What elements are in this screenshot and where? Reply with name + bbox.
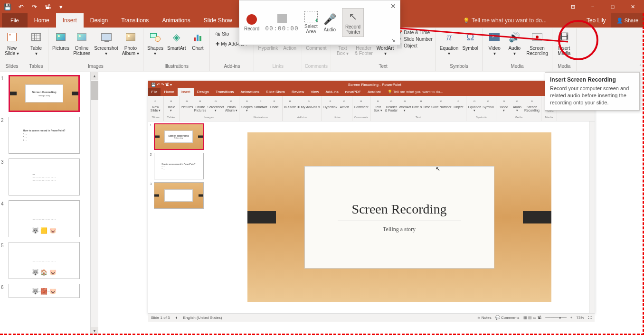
object-label: Object [404,43,417,48]
slide-title-card: Screen Recording Telling a story [304,166,494,269]
video-button[interactable]: Video ▾ [484,28,504,57]
object-button[interactable]: ⬜ Object [397,43,432,48]
undo-icon[interactable]: ↶ [15,1,27,12]
redo-icon[interactable]: ↷ [28,1,40,12]
embedded-thumb-2: 2How to screen record in PowerPoint?• …•… [150,153,208,179]
action-label: Action [283,46,296,51]
slide-number: 3 [1,158,7,165]
quick-access-toolbar: 💾 ↶ ↷ 📽 ▾ [2,1,66,12]
ribbon-display-options-icon[interactable]: ⊞ [563,1,582,12]
insert-media-button[interactable]: 🎞Insert Media [554,28,574,57]
pictures-button[interactable]: Pictures [50,28,71,52]
group-label-insert-media: Media [558,64,570,70]
slide-number: 2 [1,117,7,123]
slide-thumbnail-4[interactable]: 4 … … … … … … … …🐺 🟨 🐷 [0,199,87,238]
embedded-tab-file: File [148,88,161,96]
dock-icon[interactable]: ↘ [391,37,395,43]
start-from-beginning-icon[interactable]: 📽 [42,1,53,12]
audio-button[interactable]: 🎤 Audio [323,13,336,32]
smartart-button[interactable]: ◈SmartArt [165,28,188,52]
slide-thumbnail-5[interactable]: 5 … … … … … … … …🐺 🏠 🐷 [0,241,87,280]
scrollbar-thumb[interactable] [91,81,98,100]
slide-thumbnail-2[interactable]: 2 How to screen record in PowerPoint?• …… [0,116,87,155]
slide-number-label: Slide Number [404,37,433,42]
embedded-tab-novapdf: novaPDF [342,88,364,96]
embedded-titlebar: 💾 ↶ ↷ 📽 ▾Screen Recording - PowerPoint⊞ … [148,81,595,88]
slide-thumbnail-3[interactable]: 3 …… … … … … … … …… … … … … … … … [0,158,87,196]
scroll-up-icon[interactable]: ▲ [91,72,98,80]
record-button[interactable]: Record [244,14,259,31]
thumb-title: How to screen record in PowerPoint? [23,129,66,132]
screen-recording-button[interactable]: Screen Recording [524,28,550,57]
close-icon[interactable]: ✕ [623,1,642,12]
store-label: 🛍 Sto [216,31,229,37]
select-area-icon [304,11,318,22]
embedded-thumb-1: 1Screen RecordingTelling a story [150,123,208,150]
embedded-tab-design: Design [194,88,212,96]
group-label-text: Text [379,64,387,70]
minimize-icon[interactable]: − [583,1,602,12]
embedded-editor: Screen Recording Telling a story ↖ [210,121,589,313]
new-slide-button[interactable]: New Slide ▾ [2,28,22,57]
group-tables: Table ▾ Tables [24,28,48,71]
stop-icon [277,14,287,23]
embedded-tellme: 💡 Tell me what you want to do... [384,88,446,96]
microphone-icon: 🎤 [323,13,336,26]
tab-transitions[interactable]: Transitions [114,13,155,28]
embedded-slide: Screen Recording Telling a story ↖ [247,132,551,302]
screenshot-button[interactable]: Screenshot ▾ [92,28,120,57]
tab-slide-show[interactable]: Slide Show [197,13,239,28]
collapse-ribbon-icon[interactable]: ˆ [640,65,641,70]
shapes-button[interactable]: Shapes ▾ [145,28,165,57]
maximize-icon[interactable]: □ [603,1,622,12]
video-label: Video ▾ [489,46,501,56]
slide-number-button[interactable]: #️ Slide Number [397,37,432,42]
file-tab[interactable]: File [2,13,28,28]
chart-button[interactable]: Chart [188,28,208,52]
table-button[interactable]: Table ▾ [26,28,46,57]
save-icon[interactable]: 💾 [2,1,13,12]
screen-recording-label: Screen Recording [526,46,548,56]
table-label: Table ▾ [30,46,42,56]
embedded-tab-transitions: Transitions [212,88,237,96]
symbol-button[interactable]: ΩSymbol [460,28,480,52]
slide-thumbnail-6[interactable]: 6 … … … … … … … …🐺 🧱 🐷 [0,283,87,299]
photo-album-label: Photo Album ▾ [122,46,139,56]
equation-button[interactable]: πEquation ▾ [438,28,460,57]
scroll-down-icon[interactable]: ▼ [91,327,98,335]
photo-album-button[interactable]: Photo Album ▾ [120,28,141,57]
symbol-label: Symbol [463,46,478,51]
date-time-button[interactable]: 📅 Date & Time [397,30,432,35]
select-area-button[interactable]: Select Area [304,11,318,34]
slide-thumbnail-1[interactable]: 1 Screen RecordingTelling a story [0,74,87,113]
group-insert-media: 🎞Insert Media Media [552,28,577,71]
record-pointer-button[interactable]: ↖ Record Pointer [342,8,364,37]
qat-dropdown-icon[interactable]: ▾ [55,1,66,12]
screen-recording-toolbar: Record 00:00:00 Select Area 🎤 Audio ↖ Re… [239,0,400,45]
tab-animations[interactable]: Animations [155,13,197,28]
close-recording-panel-icon[interactable]: ✕ [390,2,396,10]
thumbnail-scrollbar[interactable]: ▲ ▼ [90,72,98,335]
embedded-thumbs: 1Screen RecordingTelling a story 2How to… [148,121,210,313]
tooltip-title: Insert Screen Recording [550,76,635,83]
editor-canvas[interactable]: 💾 ↶ ↷ 📽 ▾Screen Recording - PowerPoint⊞ … [98,72,644,335]
comment-label: Comment [306,46,326,51]
online-pictures-button[interactable]: Online Pictures [71,28,92,57]
embedded-tab-acrobat: Acrobat [364,88,384,96]
tab-home[interactable]: Home [28,13,56,28]
share-label: Share [625,18,638,23]
user-name[interactable]: Teo Lily [582,17,611,24]
tab-insert[interactable]: Insert [56,13,84,28]
group-label-comments: Comments [305,64,328,70]
embedded-statusbar: Slide 1 of 3 ⏴ English (United States) ≐… [148,313,595,322]
slide-thumbnail-panel[interactable]: 1 Screen RecordingTelling a story 2 How … [0,72,90,335]
share-button[interactable]: 👤 Share [611,13,644,28]
shapes-label: Shapes ▾ [147,46,163,56]
ribbon-audio-button[interactable]: 🔊Audio ▾ [504,28,524,57]
wordart-label: WordArt ▾ [377,46,394,56]
tell-me-search[interactable]: Tell me what you want to do... [458,17,582,24]
tab-design[interactable]: Design [84,13,114,28]
embedded-scrollbar [589,121,595,313]
embedded-tab-view: View [307,88,322,96]
slide-number: 6 [1,284,7,290]
